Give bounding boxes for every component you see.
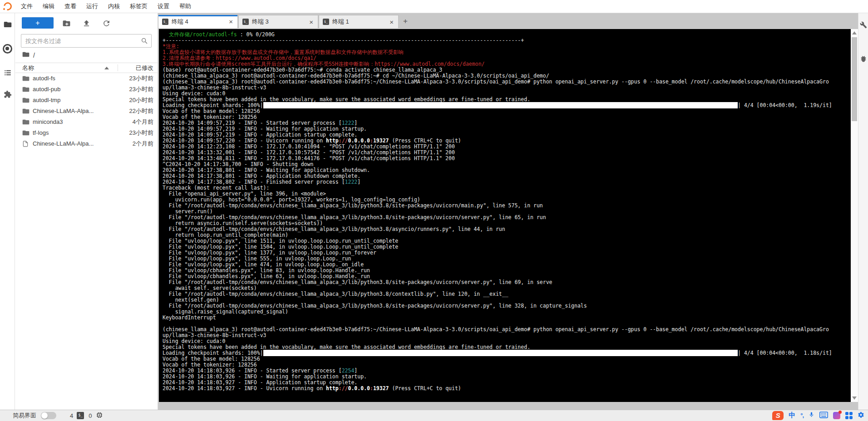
scroll-up-icon[interactable] (852, 31, 857, 34)
terminal-line: Vocab of the base model: 128256 (163, 108, 850, 114)
voice-input-icon[interactable] (809, 411, 814, 420)
menu-item-帮助[interactable]: 帮助 (174, 0, 196, 13)
file-modified: 23小时前 (129, 73, 153, 84)
search-icon (141, 37, 148, 46)
tab-label: 终端 4 (172, 18, 228, 26)
terminal-line: Vocab of the base model: 128256 (163, 356, 850, 362)
simple-ui-label: 简易界面 (13, 411, 36, 420)
file-row-Chinese-LLaMA-Alpa...[interactable]: Chinese-LLaMA-Alpa...2个月前 (15, 138, 158, 149)
terminal-line: up/llama-3-chinese-8b-instruct-v3 (163, 333, 850, 338)
language-mode-icon[interactable]: 中 (789, 411, 795, 420)
file-name: autodl-pub (33, 84, 60, 95)
tab-close-icon[interactable]: × (308, 18, 314, 26)
menu-item-编辑[interactable]: 编辑 (38, 0, 59, 13)
breadcrumb-root[interactable]: / (33, 52, 35, 59)
column-name[interactable]: 名称 (22, 63, 34, 73)
scroll-down-icon[interactable] (852, 397, 857, 400)
new-launcher-button[interactable]: + (22, 17, 54, 29)
menu-items: 文件编辑查看运行内核标签页设置帮助 (16, 0, 196, 13)
im-settings-gear-icon[interactable] (858, 411, 864, 420)
file-name: Chinese-LLaMA-Alpa... (33, 138, 94, 149)
home-folder-icon[interactable] (22, 51, 30, 59)
tab-label: 终端 1 (332, 18, 389, 26)
scrollbar-thumb[interactable] (852, 37, 857, 121)
file-row-Chinese-LLaMA-Alpa...[interactable]: Chinese-LLaMA-Alpa...22小时前 (15, 106, 158, 117)
terminal-status-icon: $_ (77, 412, 84, 419)
terminal-line: +---------------------------------------… (163, 38, 850, 44)
sort-ascending-icon (104, 67, 109, 69)
file-name: tf-logs (33, 127, 49, 138)
extension-manager-icon[interactable] (0, 90, 15, 98)
app-logo-icon (3, 2, 12, 11)
file-modified: 23小时前 (129, 84, 153, 95)
terminal-line: File "/root/autodl-tmp/conda/envs/chines… (163, 203, 850, 209)
filter-input[interactable] (21, 34, 152, 48)
terminal-line: Loading checkpoint shards: 100%| | 4/4 [… (163, 350, 850, 356)
file-row-autodl-pub[interactable]: autodl-pub23小时前 (15, 84, 158, 95)
terminal-scrollbar[interactable] (851, 29, 858, 402)
column-modified[interactable]: 已修改 (136, 63, 153, 73)
menu-item-设置[interactable]: 设置 (153, 0, 174, 13)
file-row-autodl-tmp[interactable]: autodl-tmp20小时前 (15, 95, 158, 106)
menu-item-文件[interactable]: 文件 (16, 0, 38, 13)
file-name: autodl-tmp (33, 95, 60, 106)
file-modified: 23小时前 (129, 127, 153, 138)
tab-close-icon[interactable]: × (228, 18, 234, 25)
tab-close-icon[interactable]: × (389, 18, 395, 26)
file-row-tf-logs[interactable]: tf-logs23小时前 (15, 127, 158, 138)
terminal-line: File "/root/autodl-tmp/conda/envs/chines… (163, 291, 850, 297)
tab-label: 终端 3 (252, 18, 308, 26)
file-list: autodl-fs23小时前autodl-pub23小时前autodl-tmp2… (15, 73, 158, 149)
property-inspector-icon[interactable] (860, 21, 867, 30)
soft-keyboard-icon[interactable] (819, 411, 828, 420)
sogou-logo-icon[interactable]: S (772, 411, 784, 420)
skin-theme-icon[interactable] (833, 412, 840, 419)
table-of-contents-icon[interactable] (0, 69, 15, 77)
terminal-line: File "/root/autodl-tmp/conda/envs/chines… (163, 279, 850, 285)
toolbox-grid-icon[interactable] (845, 412, 853, 419)
terminal-icon: $_ (162, 19, 168, 25)
kernel-chip-icon (96, 411, 103, 420)
jupyterlab-window: 文件编辑查看运行内核标签页设置帮助 + (0, 0, 868, 421)
activity-bar (0, 13, 15, 410)
file-name: miniconda3 (33, 117, 63, 127)
file-name: Chinese-LLaMA-Alpa... (33, 106, 94, 117)
tab-终端 4[interactable]: $_终端 4× (158, 15, 238, 28)
tab-bar: $_终端 4×$_终端 3×$_终端 1× + (158, 15, 858, 28)
terminal-icon: $_ (242, 19, 249, 25)
status-bar: 简易界面 4 $_ 0 S 中 °, (0, 410, 868, 421)
terminal-line: up/llama-3-chinese-8b-instruct-v3 (163, 85, 850, 91)
punctuation-icon[interactable]: °, (800, 412, 804, 419)
file-list-header: 名称 已修改 (15, 63, 158, 73)
simple-ui-toggle[interactable] (41, 412, 56, 419)
terminal-line: 2024-10-20 14:18:03,927 - INFO - Uvicorn… (163, 386, 850, 392)
running-sessions-icon[interactable] (0, 44, 15, 54)
kernels-count[interactable]: 0 (89, 412, 92, 419)
menu-item-运行[interactable]: 运行 (81, 0, 103, 13)
menu-item-内核[interactable]: 内核 (103, 0, 125, 13)
breadcrumb: / (15, 48, 158, 63)
file-row-miniconda3[interactable]: miniconda34个月前 (15, 117, 158, 127)
file-row-autodl-fs[interactable]: autodl-fs23小时前 (15, 73, 158, 84)
terminal-line: KeyboardInterrupt (163, 315, 850, 321)
upload-icon[interactable] (82, 19, 91, 29)
terminal[interactable]: 文件存储/root/autodl-fs : 0% 0/200G+--------… (159, 29, 851, 402)
input-method-bar: S 中 °, (772, 410, 864, 421)
dock-panel: $_终端 4×$_终端 3×$_终端 1× + 文件存储/root/autodl… (158, 13, 858, 410)
file-modified: 2个月前 (133, 138, 153, 149)
add-tab-button[interactable]: + (399, 15, 412, 28)
file-filter (21, 34, 152, 48)
refresh-icon[interactable] (102, 19, 111, 29)
menu-item-查看[interactable]: 查看 (59, 0, 81, 13)
tab-终端 1[interactable]: $_终端 1× (319, 15, 399, 28)
file-browser-icon[interactable] (0, 20, 15, 29)
file-modified: 4个月前 (133, 117, 153, 127)
debugger-icon[interactable] (860, 55, 867, 64)
new-folder-icon[interactable] (62, 19, 71, 29)
terminals-count[interactable]: 4 (70, 412, 73, 419)
tabs: $_终端 4×$_终端 3×$_终端 1× (158, 15, 399, 28)
file-browser-panel: + / 名称 已修改 (15, 13, 158, 410)
menu-item-标签页[interactable]: 标签页 (125, 0, 153, 13)
right-sidebar (858, 13, 868, 410)
tab-终端 3[interactable]: $_终端 3× (238, 15, 318, 28)
